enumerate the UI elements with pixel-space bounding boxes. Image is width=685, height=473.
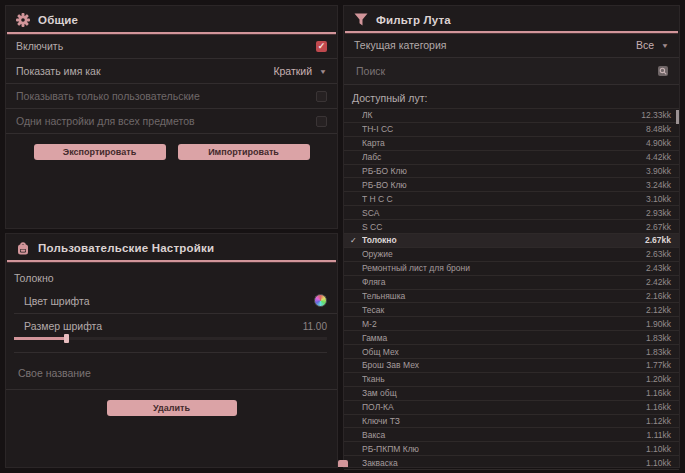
color-picker-icon[interactable]: [314, 294, 327, 307]
loot-list-item[interactable]: ТН-I СС 8.48kk: [344, 122, 679, 136]
loot-list-item[interactable]: 0.2BTC 1.09kk: [344, 469, 679, 473]
funnel-icon: [354, 13, 368, 26]
item-value: 8.48kk: [646, 124, 671, 134]
item-value: 1.11kk: [647, 430, 671, 440]
font-color-label: Цвет шрифта: [24, 295, 90, 307]
item-name: ТН-I СС: [362, 124, 646, 134]
export-import-row: Экспортировать Импортировать: [6, 134, 337, 160]
item-name: Тельняшка: [362, 291, 646, 301]
loot-list-item[interactable]: Общ Мех 1.83kk: [344, 344, 679, 358]
export-button[interactable]: Экспортировать: [34, 144, 166, 160]
name-display-select[interactable]: Краткий ▼: [273, 65, 327, 77]
loot-list-item[interactable]: Ткань 1.20kk: [344, 372, 679, 386]
only-custom-label: Показывать только пользовательские: [16, 90, 200, 102]
delete-button[interactable]: Удалить: [107, 400, 237, 416]
category-row: Текущая категория Все ▼: [344, 33, 679, 58]
item-name: Тесак: [362, 305, 646, 315]
loot-list-item[interactable]: РБ-ПКПМ Клю 1.10kk: [344, 441, 679, 455]
name-display-label: Показать имя как: [16, 65, 101, 77]
custom-settings-title: Пользовательские Настройки: [38, 242, 214, 254]
item-name: ПОЛ-КА: [362, 402, 646, 412]
window-drag-handle[interactable]: [338, 460, 348, 467]
loot-list-item[interactable]: Лабс 4.42kk: [344, 150, 679, 164]
delete-row: Удалить: [6, 390, 337, 416]
item-name: Лабс: [362, 152, 646, 162]
loot-list-item[interactable]: РБ-ВО Клю 3.24kk: [344, 177, 679, 191]
loot-list-item[interactable]: ЛК 12.33kk: [344, 108, 679, 122]
item-value: 1.16kk: [646, 402, 671, 412]
font-size-label: Размер шрифта: [24, 320, 102, 332]
item-name: М-2: [362, 319, 646, 329]
available-loot-label: Доступный лут:: [344, 85, 679, 108]
font-size-value: 11.00: [303, 321, 327, 332]
item-value: 1.10kk: [646, 458, 671, 468]
same-settings-label: Одни настройки для всех предметов: [16, 115, 195, 127]
item-name: Оружие: [362, 249, 646, 259]
item-name: SCA: [362, 208, 646, 218]
loot-list-item[interactable]: Закваска 1.10kk: [344, 455, 679, 469]
only-custom-checkbox[interactable]: [316, 91, 327, 102]
loot-list-item[interactable]: Брош Зав Мех 1.77kk: [344, 358, 679, 372]
loot-list-item[interactable]: S СС 2.67kk: [344, 219, 679, 233]
selected-item-name: Толокно: [6, 262, 337, 288]
loot-list-item[interactable]: Тесак 2.12kk: [344, 302, 679, 316]
item-value: 4.42kk: [646, 152, 671, 162]
search-input[interactable]: [354, 64, 657, 78]
gear-icon: [16, 13, 30, 27]
item-value: 1.90kk: [646, 319, 671, 329]
item-value: 1.77kk: [646, 360, 671, 370]
loot-list-item[interactable]: М-2 1.90kk: [344, 316, 679, 330]
loot-list-item[interactable]: Карта 4.90kk: [344, 136, 679, 150]
item-name: Закваска: [362, 458, 646, 468]
same-settings-checkbox[interactable]: [316, 116, 327, 127]
item-name: ЛК: [362, 110, 641, 120]
font-size-slider[interactable]: [14, 334, 327, 353]
loot-list-item[interactable]: Ключи ТЗ 1.12kk: [344, 414, 679, 428]
item-name: Толокно: [362, 235, 645, 245]
general-header: Общие: [6, 6, 337, 32]
scrollbar-thumb[interactable]: [676, 110, 679, 124]
item-value: 3.10kk: [646, 194, 671, 204]
only-custom-row: Показывать только пользовательские: [6, 84, 337, 109]
item-value: 2.43kk: [646, 263, 671, 273]
backpack-icon: [16, 241, 30, 255]
loot-list-item[interactable]: Зам общ 1.16kk: [344, 386, 679, 400]
loot-filter-panel: Фильтр Лута Текущая категория Все ▼ Дост…: [343, 5, 680, 468]
item-value: 2.42kk: [646, 277, 671, 287]
enable-checkbox[interactable]: ✓: [316, 41, 327, 52]
loot-filter-title: Фильтр Лута: [376, 14, 451, 26]
custom-name-input[interactable]: [16, 366, 331, 380]
slider-thumb[interactable]: [64, 334, 69, 343]
item-value: 1.83kk: [646, 333, 671, 343]
loot-list-item[interactable]: Фляга 2.42kk: [344, 275, 679, 289]
search-icon[interactable]: [657, 65, 669, 77]
item-name: Ремонтный лист для брони: [362, 263, 646, 273]
loot-list-item[interactable]: ПОЛ-КА 1.16kk: [344, 400, 679, 414]
loot-list-item[interactable]: Вакса 1.11kk: [344, 427, 679, 441]
loot-list-item[interactable]: Ремонтный лист для брони 2.43kk: [344, 261, 679, 275]
item-name: Ткань: [362, 374, 646, 384]
search-row: [344, 58, 679, 85]
general-panel-title: Общие: [38, 14, 78, 26]
item-value: 2.12kk: [646, 305, 671, 315]
loot-list: ЛК 12.33kk ТН-I СС 8.48kk Карта 4.90kk Л…: [344, 108, 679, 473]
item-name: Брош Зав Мех: [362, 360, 646, 370]
item-name: РБ-ПКПМ Клю: [362, 444, 646, 454]
loot-list-item[interactable]: ✓ Толокно 2.67kk: [344, 233, 679, 247]
import-button[interactable]: Импортировать: [178, 144, 310, 160]
item-value: 3.90kk: [646, 166, 671, 176]
category-select[interactable]: Все ▼: [636, 39, 669, 51]
loot-list-item[interactable]: Тельняшка 2.16kk: [344, 289, 679, 303]
custom-settings-header: Пользовательские Настройки: [6, 234, 337, 260]
loot-list-item[interactable]: Т Н С С 3.10kk: [344, 191, 679, 205]
item-value: 2.67kk: [645, 235, 671, 245]
item-value: 1.10kk: [646, 444, 671, 454]
loot-list-item[interactable]: SCA 2.93kk: [344, 205, 679, 219]
item-name: Зам общ: [362, 388, 646, 398]
loot-list-item[interactable]: РБ-БО Клю 3.90kk: [344, 164, 679, 178]
loot-list-item[interactable]: Оружие 2.63kk: [344, 247, 679, 261]
slider-fill: [14, 337, 64, 340]
item-name: Гамма: [362, 333, 646, 343]
category-value: Все: [636, 39, 654, 51]
loot-list-item[interactable]: Гамма 1.83kk: [344, 330, 679, 344]
